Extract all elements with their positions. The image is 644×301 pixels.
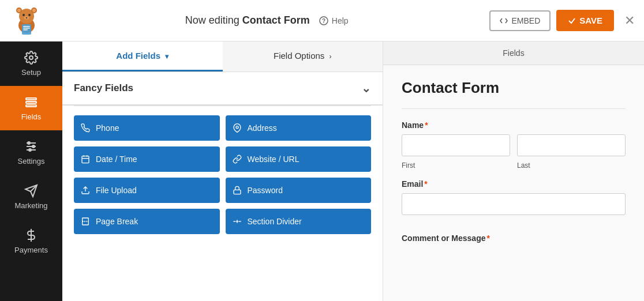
- svg-point-27: [236, 126, 238, 129]
- help-icon: ?: [319, 16, 328, 25]
- svg-point-25: [29, 149, 31, 151]
- help-button[interactable]: ? Help: [319, 16, 349, 25]
- phone-icon: [81, 123, 90, 133]
- sidebar-item-settings[interactable]: Settings: [0, 130, 62, 175]
- sidebar-item-payments[interactable]: Payments: [0, 219, 62, 264]
- gear-icon: [24, 51, 38, 65]
- date-time-button[interactable]: Date / Time: [74, 146, 220, 172]
- top-bar: Now editing Contact Form ? Help EMBED SA…: [0, 0, 644, 42]
- preview-section: Fields Contact Form Name* First: [383, 42, 644, 301]
- svg-point-4: [17, 9, 21, 12]
- last-label: Last: [517, 161, 530, 170]
- svg-point-9: [26, 17, 28, 18]
- embed-icon: [500, 17, 508, 25]
- sidebar-item-marketing[interactable]: Marketing: [0, 175, 62, 219]
- close-button[interactable]: ✕: [624, 13, 635, 28]
- name-sub-labels: First Last: [402, 160, 626, 170]
- comment-field-group: Comment or Message*: [402, 234, 626, 243]
- logo: [9, 3, 44, 38]
- svg-point-16: [29, 56, 33, 59]
- svg-rect-19: [26, 105, 36, 107]
- fancy-fields-header: Fancy Fields ⌄: [62, 72, 383, 106]
- sidebar-item-setup[interactable]: Setup: [0, 42, 62, 86]
- tab-add-fields[interactable]: Add Fields ▾: [62, 42, 223, 72]
- svg-point-23: [28, 142, 30, 144]
- svg-point-7: [28, 14, 31, 16]
- check-icon: [568, 17, 576, 25]
- svg-rect-11: [23, 26, 30, 27]
- page-break-icon: [81, 217, 90, 226]
- comment-label: Comment or Message*: [402, 234, 626, 243]
- file-upload-button[interactable]: File Upload: [74, 178, 220, 203]
- name-required-star: *: [425, 121, 428, 130]
- top-bar-actions: EMBED SAVE ✕: [489, 10, 635, 31]
- top-bar-center: Now editing Contact Form ? Help: [44, 14, 489, 27]
- preview-header: Fields: [383, 42, 644, 65]
- svg-point-24: [32, 145, 35, 148]
- fields-grid: Phone Address Date / Time: [62, 106, 383, 243]
- svg-rect-17: [26, 98, 36, 100]
- link-icon: [233, 155, 242, 164]
- field-options-chevron: ›: [330, 52, 332, 61]
- fancy-fields-chevron[interactable]: ⌄: [361, 81, 371, 95]
- svg-text:?: ?: [322, 18, 325, 24]
- megaphone-icon: [24, 184, 38, 198]
- svg-point-5: [32, 9, 36, 12]
- email-required-star: *: [424, 179, 427, 189]
- sidebar-nav: Setup Fields Settings: [0, 42, 62, 301]
- add-fields-chevron: ▾: [165, 52, 169, 61]
- section-divider-icon: [233, 217, 242, 226]
- calendar-icon: [81, 155, 90, 164]
- section-divider-button[interactable]: Section Divider: [226, 209, 372, 234]
- first-label: First: [402, 161, 415, 170]
- tabs-bar: Add Fields ▾ Field Options ›: [62, 42, 383, 72]
- name-first-input[interactable]: [402, 134, 510, 156]
- svg-rect-28: [82, 156, 89, 163]
- settings-icon: [24, 140, 38, 153]
- name-field-group: Name* First Last: [402, 121, 626, 170]
- name-input-row: [402, 134, 626, 156]
- svg-point-6: [23, 14, 25, 16]
- page-break-button[interactable]: Page Break: [74, 209, 220, 234]
- fields-icon: [24, 95, 38, 109]
- map-pin-icon: [233, 123, 242, 133]
- website-url-button[interactable]: Website / URL: [226, 146, 372, 172]
- comment-required-star: *: [486, 234, 489, 243]
- address-button[interactable]: Address: [226, 115, 372, 141]
- form-divider: [402, 108, 626, 109]
- email-field-group: Email*: [402, 179, 626, 224]
- form-preview: Contact Form Name* First Last: [383, 65, 644, 301]
- fields-panel: Add Fields ▾ Field Options › Fancy Field…: [62, 42, 383, 301]
- svg-rect-18: [26, 101, 36, 103]
- phone-button[interactable]: Phone: [74, 115, 220, 141]
- svg-rect-13: [23, 29, 28, 31]
- form-title: Contact Form: [402, 79, 626, 97]
- name-last-input[interactable]: [517, 134, 626, 156]
- email-input[interactable]: [402, 193, 626, 215]
- embed-button[interactable]: EMBED: [489, 10, 551, 31]
- name-label: Name*: [402, 121, 626, 130]
- svg-rect-33: [234, 190, 241, 194]
- sidebar-item-fields[interactable]: Fields: [0, 86, 62, 130]
- password-button[interactable]: Password: [226, 178, 372, 203]
- dollar-icon: [24, 228, 38, 242]
- upload-icon: [81, 186, 90, 195]
- lock-icon: [233, 186, 242, 195]
- email-label: Email*: [402, 179, 626, 189]
- tab-field-options[interactable]: Field Options ›: [223, 42, 383, 72]
- editing-title: Now editing Contact Form: [185, 14, 310, 27]
- fancy-fields-label: Fancy Fields: [74, 82, 133, 94]
- main-content: Setup Fields Settings: [0, 42, 644, 301]
- svg-rect-12: [23, 28, 30, 29]
- save-button[interactable]: SAVE: [556, 10, 614, 31]
